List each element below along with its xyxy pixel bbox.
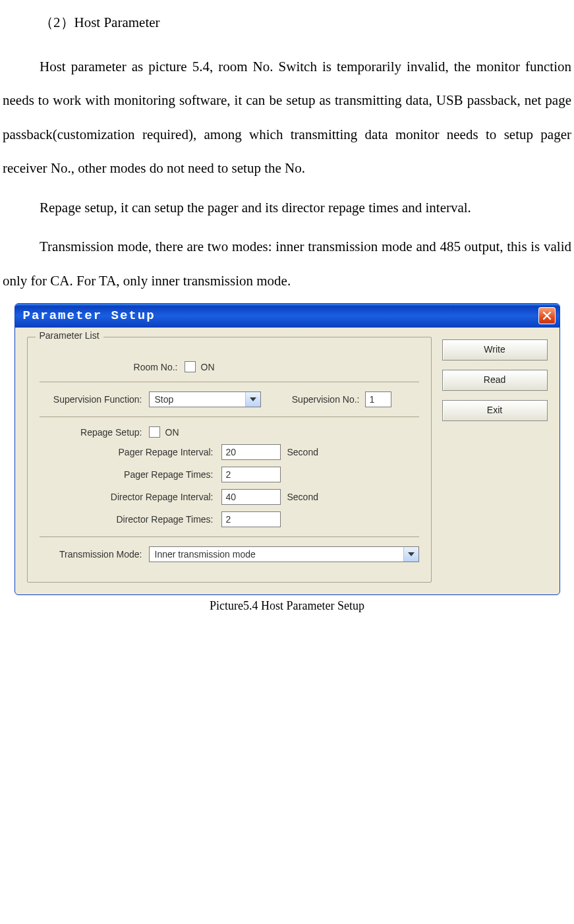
pager-times-label: Pager Repage Times: — [40, 469, 221, 480]
chevron-down-icon — [403, 547, 418, 562]
director-times-input[interactable]: 2 — [221, 511, 281, 527]
supervision-function-select[interactable]: Stop — [149, 391, 261, 407]
exit-button[interactable]: Exit — [442, 400, 548, 421]
director-interval-label: Director Repage Interval: — [40, 492, 221, 502]
director-interval-value: 40 — [226, 492, 237, 502]
button-column: Write Read Exit — [442, 337, 548, 583]
figure-caption: Picture5.4 Host Parameter Setup — [14, 599, 560, 613]
pager-interval-value: 20 — [226, 447, 237, 457]
director-interval-row: Director Repage Interval: 40 Second — [40, 489, 419, 505]
repage-setup-label: Repage Setup: — [40, 427, 149, 438]
room-no-row: Room No.: ON — [40, 361, 419, 372]
close-button[interactable] — [538, 307, 556, 324]
supervision-no-input[interactable]: 1 — [365, 391, 391, 407]
supervision-function-label: Supervision Function: — [40, 394, 149, 405]
close-icon — [542, 311, 552, 320]
paragraph-3: Transmission mode, there are two modes: … — [3, 230, 571, 298]
paragraph-1: Host parameter as picture 5.4, room No. … — [3, 50, 571, 186]
director-times-value: 2 — [226, 514, 231, 525]
parameter-setup-dialog: Parameter Setup Parameter List Room No.:… — [14, 303, 560, 595]
dialog-titlebar: Parameter Setup — [15, 304, 560, 328]
transmission-mode-value: Inner transmission mode — [150, 549, 403, 560]
write-button[interactable]: Write — [442, 339, 548, 361]
room-no-on-text: ON — [201, 362, 215, 372]
pager-interval-input[interactable]: 20 — [221, 444, 281, 460]
read-button[interactable]: Read — [442, 370, 548, 391]
pager-interval-label: Pager Repage Interval: — [40, 447, 221, 457]
fieldset-legend: Parameter List — [36, 330, 103, 341]
dialog-title: Parameter Setup — [23, 308, 156, 323]
transmission-mode-select[interactable]: Inner transmission mode — [149, 546, 419, 562]
separator-1 — [40, 382, 419, 382]
separator-2 — [40, 417, 419, 417]
pager-times-value: 2 — [226, 469, 231, 480]
room-no-checkbox[interactable] — [185, 361, 196, 372]
paragraph-2: Repage setup, it can setup the pager and… — [3, 191, 571, 225]
repage-setup-checkbox[interactable] — [149, 426, 160, 438]
repage-setup-row: Repage Setup: ON — [40, 426, 419, 438]
director-times-label: Director Repage Times: — [40, 514, 221, 525]
pager-times-input[interactable]: 2 — [221, 467, 281, 482]
director-interval-unit: Second — [287, 492, 318, 502]
pager-times-row: Pager Repage Times: 2 — [40, 467, 419, 482]
pager-interval-row: Pager Repage Interval: 20 Second — [40, 444, 419, 460]
repage-setup-on-text: ON — [165, 427, 179, 438]
section-heading: （2）Host Parameter — [40, 13, 571, 32]
supervision-function-value: Stop — [150, 394, 245, 405]
room-no-label: Room No.: — [40, 362, 185, 372]
director-interval-input[interactable]: 40 — [221, 489, 281, 505]
pager-interval-unit: Second — [287, 447, 318, 457]
supervision-row: Supervision Function: Stop Supervision N… — [40, 391, 419, 407]
director-times-row: Director Repage Times: 2 — [40, 511, 419, 527]
supervision-no-value: 1 — [370, 394, 375, 405]
parameter-list-fieldset: Parameter List Room No.: ON Supervision … — [27, 337, 432, 583]
separator-3 — [40, 536, 419, 537]
transmission-mode-row: Transmission Mode: Inner transmission mo… — [40, 546, 419, 562]
supervision-no-label: Supervision No.: — [261, 394, 365, 405]
transmission-mode-label: Transmission Mode: — [40, 549, 149, 560]
chevron-down-icon — [245, 392, 260, 407]
